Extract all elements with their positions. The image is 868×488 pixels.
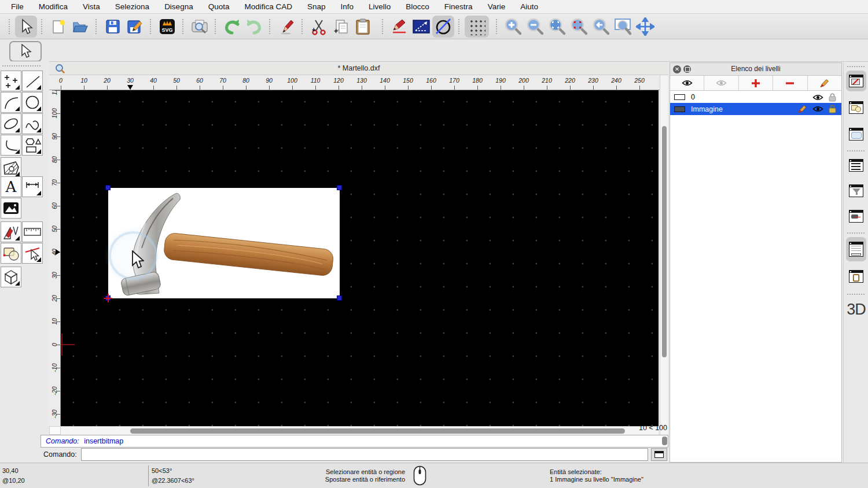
selection-handle-top-right[interactable] <box>337 185 342 190</box>
command-input[interactable] <box>81 448 648 461</box>
layer-lock-icon[interactable] <box>829 105 836 113</box>
dock-layer-list-button[interactable] <box>846 71 866 91</box>
palette-drag-handle[interactable] <box>2 65 41 69</box>
layer-visibility-eye-icon[interactable] <box>812 105 823 113</box>
add-layer-button[interactable] <box>739 76 773 90</box>
command-history-label: Comando: <box>46 437 79 445</box>
layer-row-immagine[interactable]: Immagine <box>670 103 841 115</box>
zoom-in-button[interactable] <box>502 16 524 38</box>
selection-handle-top-left[interactable] <box>105 185 111 190</box>
save-button[interactable] <box>102 16 124 38</box>
menu-quota[interactable]: Quota <box>201 2 237 11</box>
layer-lock-icon[interactable] <box>829 93 836 102</box>
dock-selection-filter-button[interactable] <box>846 180 866 201</box>
delete-button[interactable] <box>275 16 297 38</box>
horizontal-scrollbar[interactable] <box>61 426 659 435</box>
open-file-button[interactable] <box>69 16 91 38</box>
dock-widgets-toolbar: 3D <box>843 62 868 463</box>
select-entities-tool-button[interactable] <box>22 243 43 264</box>
layer-edit-pencil-icon[interactable] <box>797 105 807 113</box>
vertical-scrollbar-thumb[interactable] <box>662 126 667 357</box>
menu-blocco[interactable]: Blocco <box>398 2 437 11</box>
points-tool-button[interactable] <box>1 71 21 91</box>
shapes-tool-button[interactable] <box>22 135 43 156</box>
menu-aiuto[interactable]: Aiuto <box>513 2 546 11</box>
line-tool-button[interactable] <box>22 71 43 91</box>
solid-3d-tool-button[interactable] <box>1 267 21 287</box>
draft-mode-button[interactable] <box>432 16 454 38</box>
layer-name: Immagine <box>691 105 797 113</box>
menu-varie[interactable]: Varie <box>480 2 513 11</box>
modify-tool-button[interactable] <box>1 221 21 242</box>
librecad-window: File Modifica Vista Seleziona Disegna Qu… <box>0 0 868 488</box>
vertical-scrollbar[interactable] <box>660 75 668 435</box>
show-all-layers-button[interactable] <box>670 76 704 90</box>
zoom-out-button[interactable] <box>524 16 546 38</box>
zoom-window-button[interactable] <box>612 16 634 38</box>
polyline-tool-button[interactable] <box>1 135 21 156</box>
copy-button[interactable]: + <box>330 16 352 38</box>
text-tool-button[interactable]: A <box>1 176 21 197</box>
origin-crosshair <box>61 344 75 345</box>
dock-entity-list-button[interactable] <box>846 155 866 176</box>
zoom-redraw-button[interactable] <box>568 16 590 38</box>
circle-icon <box>24 94 41 111</box>
dock-plugin-button[interactable] <box>846 206 866 227</box>
attributes-button[interactable] <box>388 16 410 38</box>
layer-row-0[interactable]: 0 <box>670 91 841 103</box>
grid-toggle-button[interactable] <box>465 16 489 38</box>
ortho-angle-button[interactable] <box>410 16 432 38</box>
dock-library-browser-button[interactable] <box>846 124 866 145</box>
zoom-auto-button[interactable] <box>546 16 568 38</box>
menu-livello[interactable]: Livello <box>361 2 398 11</box>
print-preview-button[interactable] <box>189 16 211 38</box>
command-history[interactable]: Comando: insertbitmap <box>41 435 668 448</box>
dock-3d-label[interactable]: 3D <box>844 301 868 319</box>
dock-command-line-button[interactable] <box>846 237 866 261</box>
menu-disegna[interactable]: Disegna <box>157 2 201 11</box>
menu-modifica-cad[interactable]: Modifica CAD <box>237 2 300 11</box>
paste-button[interactable] <box>352 16 374 38</box>
v-ruler-tick <box>56 321 60 322</box>
undo-button[interactable] <box>221 16 243 38</box>
hide-all-layers-button[interactable] <box>704 76 738 90</box>
remove-layer-button[interactable] <box>773 76 807 90</box>
hatch-tool-button[interactable] <box>1 157 21 178</box>
dock-clipboard-button[interactable] <box>846 266 866 287</box>
menu-vista[interactable]: Vista <box>75 2 108 11</box>
cut-button[interactable]: + <box>308 16 330 38</box>
menu-modifica[interactable]: Modifica <box>31 2 75 11</box>
menu-snap[interactable]: Snap <box>300 2 333 11</box>
blocks-tool-button[interactable] <box>1 243 21 264</box>
menu-file[interactable]: File <box>3 2 31 11</box>
command-history-scrollbar[interactable] <box>662 437 667 445</box>
edit-layer-button[interactable] <box>808 76 841 90</box>
command-keyboard-button[interactable] <box>651 448 667 461</box>
horizontal-ruler: 0102030405060708090100110120130140150160… <box>49 75 660 90</box>
horizontal-scrollbar-thumb[interactable] <box>130 428 625 434</box>
select-button[interactable] <box>15 16 37 38</box>
layer-visibility-eye-icon[interactable] <box>812 94 823 101</box>
svg-export-button[interactable]: SVG <box>156 16 178 38</box>
selection-handle-bottom-right[interactable] <box>337 295 342 301</box>
menu-info[interactable]: Info <box>333 2 362 11</box>
line-icon <box>24 72 41 90</box>
menu-seleziona[interactable]: Seleziona <box>108 2 157 11</box>
menu-finestra[interactable]: Finestra <box>437 2 480 11</box>
redo-button[interactable] <box>243 16 265 38</box>
measure-tool-button[interactable] <box>22 221 43 242</box>
h-ruler-tick <box>269 86 270 90</box>
arc-tool-button[interactable] <box>1 92 21 113</box>
zoom-previous-button[interactable] <box>590 16 612 38</box>
image-tool-button[interactable] <box>1 198 21 219</box>
dimension-tool-button[interactable] <box>22 176 43 197</box>
save-as-button[interactable] <box>124 16 146 38</box>
circle-tool-button[interactable] <box>22 92 43 113</box>
drawing-canvas[interactable] <box>61 90 659 426</box>
new-document-button[interactable] <box>47 16 69 38</box>
selection-tool-button[interactable] <box>9 41 42 62</box>
dock-block-list-button[interactable] <box>846 97 866 118</box>
spline-tool-button[interactable] <box>22 113 43 134</box>
zoom-pan-button[interactable] <box>634 16 656 38</box>
ellipse-tool-button[interactable] <box>1 113 21 134</box>
